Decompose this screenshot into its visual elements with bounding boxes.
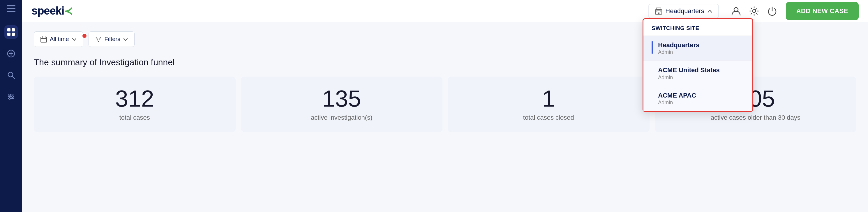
- svg-rect-2: [7, 11, 16, 12]
- sidebar-item-add[interactable]: [4, 47, 18, 60]
- logo: speeki≺: [31, 5, 72, 17]
- svg-point-15: [9, 94, 10, 96]
- stat-label-total-cases: total cases: [119, 114, 150, 121]
- stat-card-total-cases: 312 total cases: [34, 77, 236, 132]
- site-option-text: Headquarters Admin: [658, 41, 699, 56]
- stat-card-total-closed: 1 total cases closed: [448, 77, 650, 132]
- svg-rect-25: [41, 37, 46, 42]
- filters-label: Filters: [104, 36, 120, 42]
- site-option-text-us: ACME United States Admin: [658, 66, 719, 81]
- site-option-headquarters[interactable]: Headquarters Admin: [644, 36, 752, 61]
- svg-rect-5: [7, 33, 10, 36]
- stat-label-active-investigations: active investigation(s): [311, 114, 373, 121]
- filters-button[interactable]: Filters: [89, 31, 134, 47]
- svg-line-11: [12, 76, 14, 79]
- svg-rect-4: [12, 28, 15, 31]
- sidebar-item-dashboard[interactable]: [4, 25, 18, 39]
- hamburger-menu-icon[interactable]: [7, 5, 16, 14]
- header: speeki≺ Headquarters: [22, 0, 868, 22]
- svg-rect-3: [7, 28, 10, 31]
- funnel-icon: [95, 36, 102, 42]
- sidebar: [0, 0, 22, 212]
- all-time-label: All time: [50, 36, 69, 42]
- svg-point-24: [753, 10, 755, 12]
- svg-rect-21: [656, 11, 657, 12]
- svg-point-16: [12, 96, 13, 97]
- dropdown-header: SWITCHING SITE: [644, 19, 752, 36]
- site-option-name-apac: ACME APAC: [658, 91, 696, 100]
- site-option-acme-us[interactable]: ACME United States Admin: [644, 61, 752, 86]
- power-icon[interactable]: [764, 3, 780, 19]
- selected-indicator: [652, 41, 653, 54]
- stat-label-total-closed: total cases closed: [523, 114, 574, 121]
- sidebar-item-settings[interactable]: [4, 90, 18, 103]
- main-content: speeki≺ Headquarters: [22, 0, 868, 212]
- user-profile-icon[interactable]: [728, 3, 744, 19]
- site-option-text-apac: ACME APAC Admin: [658, 91, 696, 106]
- sidebar-item-search[interactable]: [4, 68, 18, 82]
- all-time-filter-button[interactable]: All time: [34, 31, 83, 47]
- chevron-down-icon: [72, 37, 76, 42]
- site-switcher-button[interactable]: Headquarters: [648, 4, 719, 18]
- stat-number-total-cases: 312: [115, 87, 154, 110]
- settings-icon[interactable]: [746, 3, 762, 19]
- sidebar-nav: [4, 25, 18, 103]
- stat-number-active-investigations: 135: [322, 87, 361, 110]
- chevron-up-icon: [707, 8, 712, 14]
- svg-rect-20: [658, 12, 659, 14]
- site-option-role-us: Admin: [658, 74, 719, 81]
- site-option-acme-apac[interactable]: ACME APAC Admin: [644, 86, 752, 111]
- add-new-case-button[interactable]: ADD NEW CASE: [786, 2, 859, 20]
- svg-rect-22: [660, 11, 661, 12]
- svg-rect-1: [7, 8, 16, 9]
- stat-number-total-closed: 1: [542, 87, 555, 110]
- site-option-role: Admin: [658, 49, 699, 55]
- site-option-name: Headquarters: [658, 41, 699, 50]
- site-option-name-us: ACME United States: [658, 66, 719, 74]
- filters-chevron-icon: [123, 37, 128, 42]
- site-switcher[interactable]: Headquarters SWITCHING SITE Headquarters…: [648, 4, 719, 18]
- site-switcher-dropdown: SWITCHING SITE Headquarters Admin ACME U…: [643, 18, 753, 112]
- building-icon: [655, 7, 662, 15]
- filter-notification-dot: [82, 33, 87, 38]
- stat-label-older-30: active cases older than 30 days: [711, 114, 800, 121]
- site-option-role-apac: Admin: [658, 99, 696, 106]
- svg-point-17: [9, 97, 10, 99]
- site-name: Headquarters: [665, 7, 704, 15]
- svg-rect-6: [12, 33, 15, 36]
- stat-card-active-investigations: 135 active investigation(s): [241, 77, 443, 132]
- calendar-icon: [40, 36, 47, 42]
- svg-rect-0: [7, 5, 16, 6]
